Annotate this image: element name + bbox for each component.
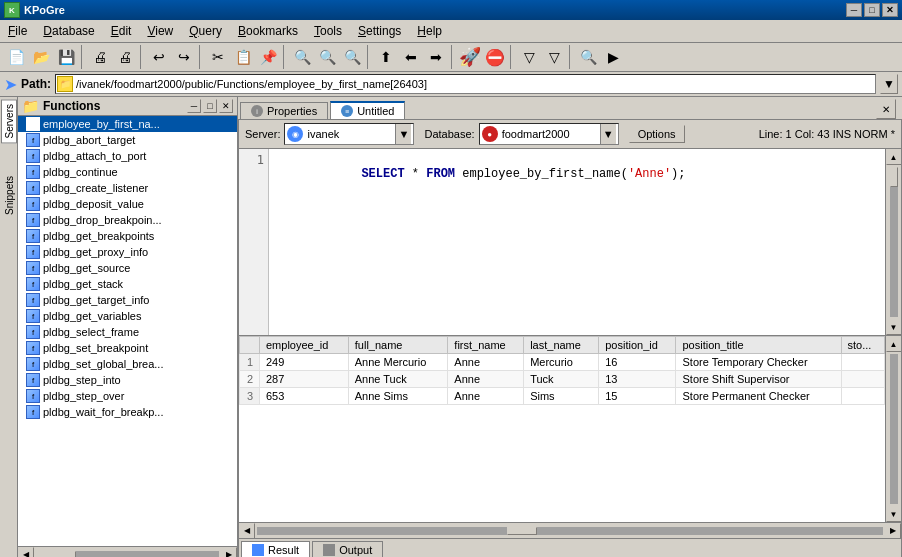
- col-full-name: full_name: [348, 337, 448, 354]
- tab-properties[interactable]: i Properties: [240, 102, 328, 119]
- server-db-bar: Server: ◉ ivanek ▼ Database: ● foodmart2…: [239, 120, 901, 149]
- tree-item-step-over[interactable]: f pldbg_step_over: [18, 388, 237, 404]
- results-v-scrollbar: ▲ ▼: [885, 336, 901, 522]
- options-button[interactable]: Options: [629, 125, 685, 143]
- h-scrollbar: ◀ ▶: [239, 522, 901, 538]
- servers-tab[interactable]: Servers: [1, 99, 17, 143]
- save-button[interactable]: 💾: [54, 45, 78, 69]
- panel-minimize-btn[interactable]: ─: [187, 99, 201, 113]
- v-scroll-down-btn[interactable]: ▼: [886, 319, 902, 335]
- results-scroll-up-btn[interactable]: ▲: [886, 336, 902, 352]
- path-label: Path:: [21, 77, 51, 91]
- v-scroll-up-btn[interactable]: ▲: [886, 149, 902, 165]
- menu-query[interactable]: Query: [181, 22, 230, 40]
- tree-item-employee[interactable]: f employee_by_first_na...: [18, 116, 237, 132]
- maximize-button[interactable]: □: [864, 3, 880, 17]
- tree-item-set-bp[interactable]: f pldbg_set_breakpoint: [18, 340, 237, 356]
- toolbar-sep-5: [367, 45, 371, 69]
- menu-file[interactable]: File: [0, 22, 35, 40]
- row-2-full-name: Anne Tuck: [348, 371, 448, 388]
- back-button[interactable]: ⬅: [399, 45, 423, 69]
- tree-item-create-listener[interactable]: f pldbg_create_listener: [18, 180, 237, 196]
- tree-item-get-source[interactable]: f pldbg_get_source: [18, 260, 237, 276]
- up-button[interactable]: ⬆: [374, 45, 398, 69]
- tree-item-continue[interactable]: f pldbg_continue: [18, 164, 237, 180]
- tree-item-get-stack[interactable]: f pldbg_get_stack: [18, 276, 237, 292]
- left-scroll-right-btn[interactable]: ▶: [221, 547, 237, 558]
- tree-item-get-target[interactable]: f pldbg_get_target_info: [18, 292, 237, 308]
- server-dropdown-btn[interactable]: ▼: [395, 124, 411, 144]
- left-scroll-track[interactable]: [36, 551, 219, 558]
- tab-area-button[interactable]: ✕: [876, 99, 896, 119]
- forward-button[interactable]: ➡: [424, 45, 448, 69]
- path-input[interactable]: [74, 78, 875, 90]
- print-button[interactable]: 🖨: [88, 45, 112, 69]
- redo-button[interactable]: ↪: [172, 45, 196, 69]
- db-select[interactable]: ● foodmart2000 ▼: [479, 123, 619, 145]
- find-prev-button[interactable]: 🔍: [315, 45, 339, 69]
- row-2-num: 2: [240, 371, 260, 388]
- item-label: pldbg_wait_for_breakp...: [43, 406, 163, 418]
- snippets-tab[interactable]: Snippets: [1, 171, 17, 220]
- open-button[interactable]: 📂: [29, 45, 53, 69]
- tree-item-get-bp[interactable]: f pldbg_get_breakpoints: [18, 228, 237, 244]
- h-scroll-left-btn[interactable]: ◀: [239, 523, 255, 539]
- find-button[interactable]: 🔍: [290, 45, 314, 69]
- tree-item-get-vars[interactable]: f pldbg_get_variables: [18, 308, 237, 324]
- nav-button[interactable]: ▶: [601, 45, 625, 69]
- tree-item-deposit[interactable]: f pldbg_deposit_value: [18, 196, 237, 212]
- db-label: Database:: [424, 128, 474, 140]
- panel-close-btn[interactable]: ✕: [219, 99, 233, 113]
- stop-button[interactable]: ⛔: [483, 45, 507, 69]
- item-label: pldbg_select_frame: [43, 326, 139, 338]
- copy-button[interactable]: 📋: [231, 45, 255, 69]
- results-scroll-down-btn[interactable]: ▼: [886, 506, 902, 522]
- db-dropdown-btn[interactable]: ▼: [600, 124, 616, 144]
- new-button[interactable]: 📄: [4, 45, 28, 69]
- execute-button[interactable]: 🚀: [458, 45, 482, 69]
- h-scroll-track[interactable]: [257, 527, 883, 535]
- tree-item-set-global-bp[interactable]: f pldbg_set_global_brea...: [18, 356, 237, 372]
- menu-settings[interactable]: Settings: [350, 22, 409, 40]
- menu-view[interactable]: View: [139, 22, 181, 40]
- tree-item-wait-for-bp[interactable]: f pldbg_wait_for_breakp...: [18, 404, 237, 420]
- db-icon: ●: [482, 126, 498, 142]
- tree-item-drop-bp[interactable]: f pldbg_drop_breakpoin...: [18, 212, 237, 228]
- menu-help[interactable]: Help: [409, 22, 450, 40]
- panel-maximize-btn[interactable]: □: [203, 99, 217, 113]
- undo-button[interactable]: ↩: [147, 45, 171, 69]
- cut-button[interactable]: ✂: [206, 45, 230, 69]
- minimize-button[interactable]: ─: [846, 3, 862, 17]
- tab-untitled[interactable]: ≡ Untitled: [330, 101, 405, 119]
- server-select[interactable]: ◉ ivanek ▼: [284, 123, 414, 145]
- item-label: pldbg_step_over: [43, 390, 124, 402]
- sql-content[interactable]: SELECT * FROM employee_by_first_name('An…: [269, 149, 885, 335]
- filter2-button[interactable]: ▽: [542, 45, 566, 69]
- menu-tools[interactable]: Tools: [306, 22, 350, 40]
- tree-item-get-proxy[interactable]: f pldbg_get_proxy_info: [18, 244, 237, 260]
- tree-item-step-into[interactable]: f pldbg_step_into: [18, 372, 237, 388]
- output-tab-label: Output: [339, 544, 372, 556]
- v-scroll-track[interactable]: [890, 167, 898, 317]
- tree-item-attach[interactable]: f pldbg_attach_to_port: [18, 148, 237, 164]
- menu-database[interactable]: Database: [35, 22, 102, 40]
- results-scroll-track[interactable]: [890, 354, 898, 504]
- item-label: pldbg_get_variables: [43, 310, 141, 322]
- tree-item-abort[interactable]: f pldbg_abort_target: [18, 132, 237, 148]
- print2-button[interactable]: 🖨: [113, 45, 137, 69]
- left-scroll-left-btn[interactable]: ◀: [18, 547, 34, 558]
- row-3-full-name: Anne Sims: [348, 388, 448, 405]
- menu-edit[interactable]: Edit: [103, 22, 140, 40]
- result-tab[interactable]: Result: [241, 541, 310, 557]
- content-area: Server: ◉ ivanek ▼ Database: ● foodmart2…: [238, 119, 902, 557]
- path-dropdown-button[interactable]: ▼: [880, 74, 898, 94]
- find-next-button[interactable]: 🔍: [340, 45, 364, 69]
- menu-bookmarks[interactable]: Bookmarks: [230, 22, 306, 40]
- tree-item-select-frame[interactable]: f pldbg_select_frame: [18, 324, 237, 340]
- close-button[interactable]: ✕: [882, 3, 898, 17]
- zoom-button[interactable]: 🔍: [576, 45, 600, 69]
- h-scroll-right-btn[interactable]: ▶: [885, 523, 901, 539]
- filter-button[interactable]: ▽: [517, 45, 541, 69]
- output-tab[interactable]: Output: [312, 541, 383, 557]
- paste-button[interactable]: 📌: [256, 45, 280, 69]
